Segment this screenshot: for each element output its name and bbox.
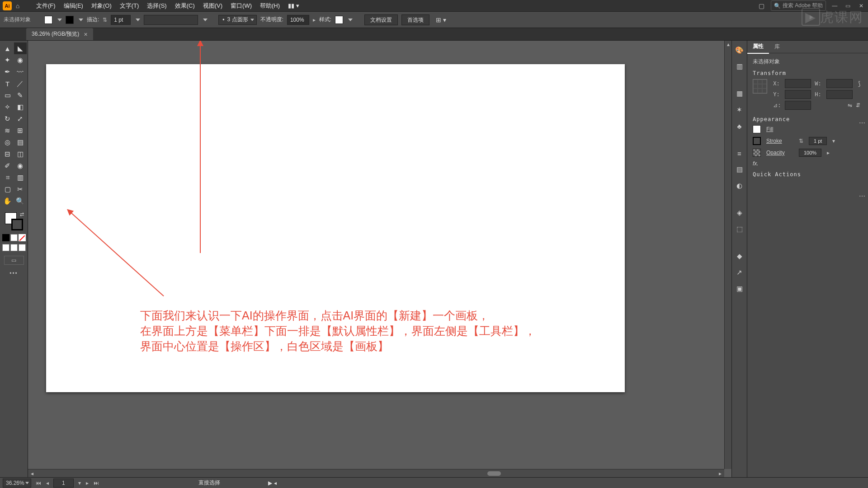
fill-dropdown-icon[interactable] xyxy=(57,19,62,21)
appearance-panel-icon[interactable]: ◈ xyxy=(735,208,745,218)
minimize-icon[interactable]: — xyxy=(830,3,839,9)
stroke-drop-icon[interactable]: ▾ xyxy=(832,138,835,144)
app-logo[interactable]: Ai xyxy=(3,1,12,10)
fill-label[interactable]: Fill xyxy=(766,126,793,132)
eyedropper-tool-icon[interactable]: ✐ xyxy=(1,160,14,172)
type-tool-icon[interactable]: T xyxy=(1,78,14,89)
home-icon[interactable]: ⌂ xyxy=(13,1,23,11)
curvature-tool-icon[interactable]: 〰 xyxy=(14,66,27,78)
appearance-more-icon[interactable]: ⋯ xyxy=(859,192,865,200)
transform-more-icon[interactable]: ⋯ xyxy=(859,119,865,127)
width-tool-icon[interactable]: ≋ xyxy=(1,125,14,136)
swatches-panel-icon[interactable]: ▦ xyxy=(735,89,745,99)
document-tab[interactable]: 36.26% (RGB/预览) × xyxy=(26,28,93,40)
paintbrush-tool-icon[interactable]: ✎ xyxy=(14,89,27,101)
field-w[interactable] xyxy=(826,79,853,88)
menu-effect[interactable]: 效果(C) xyxy=(171,0,198,12)
magic-wand-tool-icon[interactable]: ✦ xyxy=(1,54,14,66)
next-artboard-icon[interactable]: ▸ xyxy=(84,480,90,486)
asset-export-panel-icon[interactable]: ↗ xyxy=(735,267,745,277)
stroke-weight-value[interactable]: 1 pt xyxy=(809,137,827,145)
stroke-panel-icon[interactable]: ≡ xyxy=(735,148,745,158)
opacity-more-icon[interactable]: ▸ xyxy=(827,150,830,156)
fill-color-swatch[interactable] xyxy=(753,125,761,133)
direct-selection-tool-icon[interactable]: ◣ xyxy=(14,42,27,54)
zoom-tool-icon[interactable]: 🔍 xyxy=(14,195,27,207)
menu-window[interactable]: 窗口(W) xyxy=(227,0,255,12)
tab-properties[interactable]: 属性 xyxy=(747,40,769,54)
stroke-weight-drop-icon[interactable] xyxy=(136,19,140,21)
eraser-tool-icon[interactable]: ◧ xyxy=(14,101,27,113)
brush-drop-icon[interactable] xyxy=(203,19,208,21)
scroll-up-icon[interactable]: ▴ xyxy=(725,41,731,48)
swap-fill-stroke-icon[interactable]: ⇄ xyxy=(20,211,24,217)
field-y[interactable] xyxy=(785,90,811,99)
opacity-swatch-icon[interactable] xyxy=(753,149,761,157)
stroke-weight-field[interactable]: 1 pt xyxy=(111,15,131,25)
flip-h-icon[interactable]: ⇋ xyxy=(848,102,852,108)
mesh-tool-icon[interactable]: ⊟ xyxy=(1,148,14,160)
selection-tool-icon[interactable]: ▲ xyxy=(1,42,14,54)
rectangle-tool-icon[interactable]: ▭ xyxy=(1,89,14,101)
maximize-icon[interactable]: ▭ xyxy=(844,3,852,9)
dashed-profile-combo[interactable]: •3 点圆形 xyxy=(218,15,256,25)
menu-type[interactable]: 文字(T) xyxy=(116,0,143,12)
horizontal-scrollbar[interactable]: ◂ ▸ xyxy=(28,469,724,477)
scroll-right-icon[interactable]: ▸ xyxy=(719,470,722,477)
close-icon[interactable]: ✕ xyxy=(857,3,865,9)
first-artboard-icon[interactable]: ⏮ xyxy=(34,480,43,486)
flip-v-icon[interactable]: ⇵ xyxy=(856,102,860,108)
color-guide-panel-icon[interactable]: ▥ xyxy=(735,61,745,71)
shape-builder-tool-icon[interactable]: ◎ xyxy=(1,136,14,148)
vertical-scrollbar[interactable]: ▴ xyxy=(724,41,731,469)
scroll-left-icon[interactable]: ◂ xyxy=(31,470,33,477)
perspective-tool-icon[interactable]: ▤ xyxy=(14,136,27,148)
artboard-combo-drop-icon[interactable]: ▾ xyxy=(76,480,83,486)
align-to-icon[interactable]: ⊞ ▾ xyxy=(436,16,446,23)
gradient-panel-icon[interactable]: ▤ xyxy=(735,164,745,174)
solid-color-icon[interactable] xyxy=(2,234,9,241)
gradient-color-icon[interactable] xyxy=(10,234,18,241)
artboard-tool-icon[interactable]: ▢ xyxy=(1,183,14,195)
symbols-panel-icon[interactable]: ♣ xyxy=(735,121,745,131)
opacity-panel-label[interactable]: Opacity xyxy=(766,150,793,156)
opacity-field[interactable]: 100% xyxy=(287,15,309,25)
graphic-styles-panel-icon[interactable]: ⬚ xyxy=(735,224,745,234)
field-angle[interactable] xyxy=(785,101,811,110)
hand-tool-icon[interactable]: ✋ xyxy=(1,195,14,207)
stroke-color-swatch[interactable] xyxy=(753,137,761,145)
style-drop-icon[interactable] xyxy=(348,19,353,21)
stroke-swatch[interactable] xyxy=(66,16,74,24)
status-play-icon[interactable]: ▶ ◂ xyxy=(268,480,276,486)
tab-libraries[interactable]: 库 xyxy=(769,40,785,53)
style-swatch[interactable] xyxy=(335,16,343,24)
artboard-number-field[interactable]: 1 xyxy=(53,479,74,488)
fill-swatch[interactable] xyxy=(44,16,52,24)
last-artboard-icon[interactable]: ⏭ xyxy=(92,480,101,486)
shaper-tool-icon[interactable]: ✧ xyxy=(1,101,14,113)
prefs-button[interactable]: 首选项 xyxy=(401,14,429,25)
stroke-panel-label[interactable]: Stroke xyxy=(766,138,793,144)
draw-inside-icon[interactable] xyxy=(19,244,26,251)
color-panel-icon[interactable]: 🎨 xyxy=(735,45,745,55)
menu-view[interactable]: 视图(V) xyxy=(199,0,226,12)
menu-file[interactable]: 文件(F) xyxy=(33,0,59,12)
doc-tab-close-icon[interactable]: × xyxy=(84,31,87,38)
default-stroke-icon[interactable] xyxy=(11,219,23,230)
fx-label[interactable]: fx. xyxy=(753,160,759,167)
screen-mode-icon[interactable]: ▭ xyxy=(4,256,24,265)
stroke-dropdown-icon[interactable] xyxy=(79,19,83,21)
zoom-level-combo[interactable]: 36.26% xyxy=(3,479,31,488)
draw-behind-icon[interactable] xyxy=(10,244,18,251)
column-graph-tool-icon[interactable]: ▥ xyxy=(14,172,27,183)
brushes-panel-icon[interactable]: ✶ xyxy=(735,105,745,115)
prev-artboard-icon[interactable]: ◂ xyxy=(44,480,51,486)
workspace-switch-icon[interactable]: ▮▮ ▾ xyxy=(284,0,303,11)
transparency-panel-icon[interactable]: ◐ xyxy=(735,181,745,191)
menu-object[interactable]: 对象(O) xyxy=(88,0,115,12)
hscroll-thumb[interactable] xyxy=(487,471,501,476)
lasso-tool-icon[interactable]: ◉ xyxy=(14,54,27,66)
menu-help[interactable]: 帮助(H) xyxy=(256,0,283,12)
opacity-value[interactable]: 100% xyxy=(799,149,821,157)
layers-panel-icon[interactable]: ◆ xyxy=(735,251,745,261)
